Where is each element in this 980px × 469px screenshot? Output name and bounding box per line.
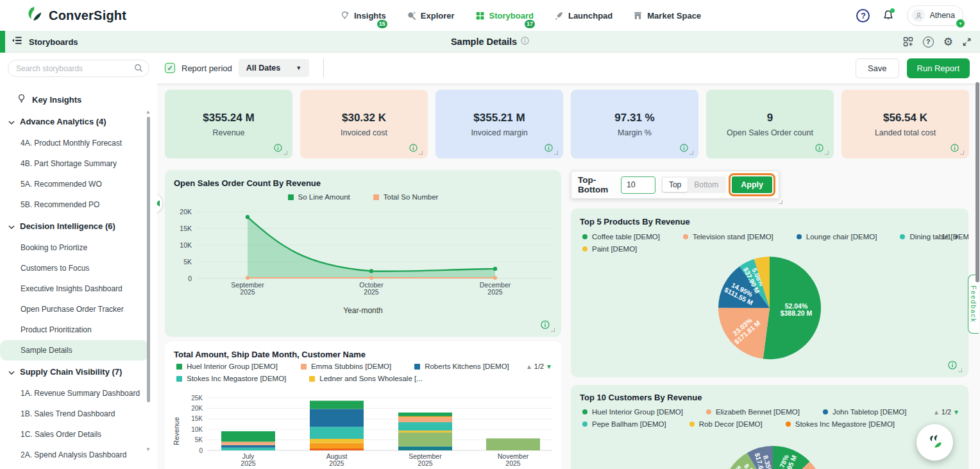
sidebar-item[interactable]: Open Purchase Order Tracker <box>0 299 149 320</box>
gear-icon[interactable]: ⚙ <box>943 37 953 47</box>
bulb-icon <box>17 94 26 105</box>
legend-page-up-icon[interactable]: ▲ <box>526 363 532 370</box>
user-menu[interactable]: Athena ▾ <box>907 5 963 26</box>
main-content: ✓ Report period All Dates ▼ Save Run Rep… <box>157 53 980 469</box>
sidebar-scrollbar[interactable] <box>147 117 150 402</box>
notifications-bell-icon[interactable] <box>883 10 894 21</box>
add-widget-icon[interactable] <box>903 37 913 47</box>
legend-marker <box>373 194 379 200</box>
top-toggle-button[interactable]: Top <box>663 178 688 192</box>
sidebar-scroll-up-icon[interactable]: ▲ <box>146 109 151 115</box>
resize-corner[interactable] <box>419 151 423 155</box>
info-icon[interactable] <box>274 143 282 155</box>
apply-button[interactable]: Apply <box>732 176 772 193</box>
open-sales-order-chart-panel: Open Sales Order Count By Revenue So Lin… <box>165 170 561 337</box>
search-input[interactable] <box>8 60 149 77</box>
resize-corner[interactable] <box>283 151 287 155</box>
nav-item-insights[interactable]: Insights15 <box>340 11 386 21</box>
sidebar-item[interactable]: 4A. Product Monthly Forecast <box>0 133 149 153</box>
sidebar-item[interactable]: Product Prioritization <box>0 320 149 340</box>
nav-label: Explorer <box>421 11 455 21</box>
storyboard-tree: Key Insights Advance Analytics (4)4A. Pr… <box>0 89 157 469</box>
brand-logo[interactable]: ConverSight <box>26 5 126 26</box>
legend-marker <box>176 376 182 382</box>
resize-corner[interactable] <box>551 328 555 332</box>
sidebar-item[interactable]: 1C. Sales Order Details <box>0 424 149 445</box>
svg-text:5K: 5K <box>195 436 203 443</box>
legend-item[interactable]: Roberts Kitchens [DEMO] <box>414 362 509 370</box>
sidebar-scroll-down-icon[interactable]: ▼ <box>146 447 151 452</box>
sidebar-item[interactable]: 1B. Sales Trend Dashboard <box>0 404 149 424</box>
date-filter-value: All Dates <box>246 64 281 72</box>
nav-item-storyboard[interactable]: Storyboard17 <box>475 11 534 21</box>
legend-label: Roberts Kitchens [DEMO] <box>425 362 509 370</box>
tree-group-header-2[interactable]: Supply Chain Visibility (7) <box>0 361 157 383</box>
legend-item[interactable]: Ledner and Sons Wholesale [... <box>309 375 422 382</box>
sidebar-item[interactable]: 1A. Revenue Summary Dashboard <box>0 383 149 404</box>
run-report-button[interactable]: Run Report <box>907 58 970 78</box>
main-scrollbar[interactable] <box>976 82 979 282</box>
nav-item-market-space[interactable]: Market Space <box>633 11 701 21</box>
legend-item[interactable]: Stokes Inc Megastore [DEMO] <box>176 375 286 382</box>
svg-text:10K: 10K <box>191 426 203 433</box>
date-filter-dropdown[interactable]: All Dates ▼ <box>239 59 309 77</box>
svg-text:25K: 25K <box>191 395 203 402</box>
info-icon[interactable] <box>680 143 688 155</box>
storyboards-menu-icon[interactable] <box>12 36 22 47</box>
sidebar-item[interactable]: 5B. Recommended PO <box>0 194 149 215</box>
sidebar-item[interactable]: 2A. Spend Analysis Dashboard <box>0 445 149 465</box>
top-10-customers-panel: Top 10 Customers By Revenue Huel Interio… <box>571 385 968 469</box>
svg-text:52.04%$388.20 M: 52.04%$388.20 M <box>781 302 813 318</box>
resize-corner[interactable] <box>958 368 962 372</box>
legend-page-down-icon[interactable]: ▼ <box>546 363 552 370</box>
legend-item[interactable]: So Line Amount <box>288 193 350 201</box>
resize-corner[interactable] <box>825 151 829 155</box>
kpi-card: 97.31 %Margin % <box>571 90 698 158</box>
nav-item-launchpad[interactable]: Launchpad <box>554 11 612 21</box>
athena-chat-button[interactable] <box>917 424 953 461</box>
bottom-toggle-button[interactable]: Bottom <box>688 178 725 192</box>
legend-item[interactable]: Emma Stubbins [DEMO] <box>301 362 391 370</box>
legend-marker <box>301 364 307 370</box>
report-period-checkbox[interactable]: ✓ <box>165 63 175 73</box>
sidebar-item[interactable]: Executive Insights Dashboard <box>0 278 149 299</box>
info-icon[interactable] <box>815 143 824 155</box>
sidebar-item[interactable]: 2B. Outstanding Supply Dashboard <box>0 465 149 469</box>
chart-title: Open Sales Order Count By Revenue <box>174 178 321 188</box>
top-bottom-count-input[interactable] <box>621 176 655 194</box>
info-icon[interactable] <box>541 320 550 332</box>
sidebar-item-key-insights[interactable]: Key Insights <box>0 89 157 110</box>
info-icon[interactable] <box>545 143 553 155</box>
nav-item-explorer[interactable]: Explorer <box>407 11 455 21</box>
sidebar-item[interactable]: Customers to Focus <box>0 258 149 278</box>
tree-group-header-1[interactable]: Decision Intelligence (6) <box>0 215 157 237</box>
tree-group-header-0[interactable]: Advance Analytics (4) <box>0 110 157 133</box>
resize-corner[interactable] <box>689 151 693 155</box>
svg-text:0: 0 <box>199 447 203 454</box>
sidebar-item[interactable]: 5A. Recommended WO <box>0 174 149 194</box>
legend-item[interactable]: Total So Number <box>373 193 439 201</box>
resize-corner[interactable] <box>779 200 782 204</box>
top-bar: ConverSight Insights15ExplorerStoryboard… <box>0 0 980 31</box>
sidebar-item[interactable]: Sample Details <box>0 340 149 361</box>
legend-item[interactable]: Huel Interior Group [DEMO] <box>176 362 278 370</box>
feedback-tab[interactable]: Feedback <box>968 275 979 334</box>
search-icon[interactable] <box>134 64 143 75</box>
sidebar-item[interactable]: 4B. Part Shortage Summary <box>0 153 149 174</box>
x-axis-label: Year-month <box>165 306 561 315</box>
help-icon-secondary[interactable]: ? <box>923 37 934 47</box>
top-5-products-panel: Top 5 Products By Revenue Coffee table [… <box>571 209 968 377</box>
info-icon[interactable] <box>409 143 418 155</box>
kpi-label: Landed total cost <box>875 128 936 137</box>
expand-icon[interactable] <box>963 38 971 46</box>
help-icon[interactable]: ? <box>856 9 870 22</box>
resize-corner[interactable] <box>960 151 964 155</box>
info-icon[interactable] <box>950 143 959 155</box>
resize-corner[interactable] <box>554 151 558 155</box>
kpi-value: 9 <box>767 112 773 124</box>
tree-group-label: Decision Intelligence (6) <box>20 221 115 231</box>
key-insights-label: Key Insights <box>32 95 81 105</box>
info-icon[interactable] <box>948 361 957 372</box>
sidebar-item[interactable]: Booking to Priortize <box>0 237 149 258</box>
save-button[interactable]: Save <box>856 58 899 78</box>
